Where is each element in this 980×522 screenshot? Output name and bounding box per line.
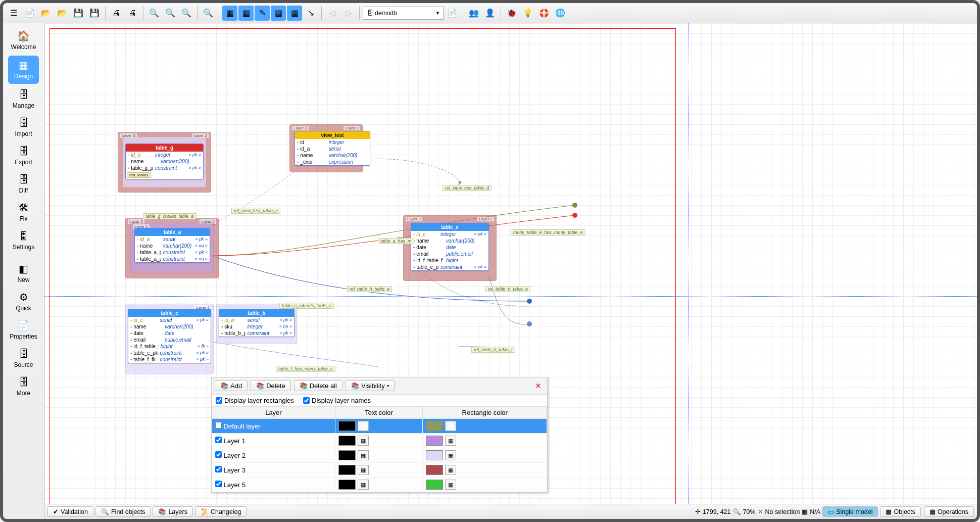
status-find-button[interactable]: 🔍Find objects — [95, 506, 151, 517]
world-icon[interactable]: 🌐 — [553, 6, 568, 21]
doc-icon: 📄 — [16, 319, 32, 332]
status-mode-button[interactable]: ▭ Single model — [822, 506, 878, 517]
collapse-icon[interactable]: ↘ — [303, 6, 318, 21]
next-icon[interactable]: ▷ — [341, 6, 356, 21]
layer-visible-checkbox[interactable] — [215, 437, 222, 443]
menu-icon[interactable]: ☰ — [6, 6, 21, 21]
relation-label: table_g_copies_table_a — [143, 213, 196, 219]
status-validation-button[interactable]: ✔Validation — [47, 506, 93, 517]
sidebar-label: New — [17, 276, 29, 283]
table-b[interactable]: table_b ◦ id_bserial« pk »◦ skuinteger« … — [219, 309, 295, 337]
table-e[interactable]: table_e ◦ id_cinteger« pk »◦ namevarchar… — [411, 223, 489, 271]
color-picker-button[interactable]: ▦ — [445, 450, 456, 460]
wrench-icon: 🛠 — [16, 201, 32, 214]
horizontal-guide — [44, 296, 977, 297]
color-picker-button[interactable]: ▦ — [445, 480, 456, 490]
zoom-reset-icon[interactable]: 🔍 — [163, 6, 178, 21]
layer-visible-checkbox[interactable] — [215, 422, 222, 429]
table-g[interactable]: table_g ◦ id_ainteger« pk »◦ namevarchar… — [125, 144, 204, 179]
sidebar-item-more[interactable]: 🗄More — [3, 372, 44, 401]
zoom-out-icon[interactable]: 🔍 — [146, 6, 162, 21]
color-picker-button[interactable]: ▦ — [358, 421, 369, 431]
sidebar-label: Properties — [10, 333, 37, 340]
check-display-rects[interactable]: Display layer rectangles — [216, 397, 294, 404]
open-folder-icon[interactable]: 📂 — [38, 6, 54, 21]
entity-title: table_e — [411, 223, 488, 231]
sidebar: 🏠Welcome ▦Design 🗄Manage 🗄Import 🗄Export… — [3, 23, 44, 519]
zoom-fit-icon[interactable]: 🔍 — [201, 6, 216, 21]
help-icon[interactable]: 🛟 — [536, 6, 552, 21]
zoom-in-icon[interactable]: 🔍 — [179, 6, 194, 21]
color-picker-button[interactable]: ▦ — [358, 465, 369, 475]
grid-large-icon[interactable]: ▦ — [238, 6, 254, 21]
sidebar-item-import[interactable]: 🗄Import — [3, 113, 44, 141]
sidebar-item-properties[interactable]: 📄Properties — [3, 316, 44, 344]
layers-add-button[interactable]: 📚Add — [215, 381, 248, 391]
layer-row[interactable]: Layer 5▦▦ — [212, 478, 547, 492]
sidebar-item-quick[interactable]: ⚙Quick — [3, 288, 44, 316]
save-as-icon[interactable]: 💾 — [87, 6, 102, 21]
status-operations-button[interactable]: ▦ Operations — [924, 506, 974, 517]
layers-deleteall-button[interactable]: 📚Delete all — [294, 381, 342, 391]
layers-close-button[interactable]: ✕ — [532, 382, 544, 390]
vertical-guide — [689, 23, 689, 519]
bug-icon[interactable]: 🐞 — [504, 6, 519, 21]
layer-row[interactable]: Layer 1▦▦ — [212, 434, 547, 448]
print-preview-icon[interactable]: 🖨 — [125, 6, 140, 21]
color-picker-button[interactable]: ▦ — [358, 450, 369, 460]
table-c[interactable]: table_c ◦ id_cserial« pk »◦ namevarchar(… — [128, 309, 211, 363]
column-row: ◦ emailpublic.email — [411, 251, 488, 257]
sidebar-item-manage[interactable]: 🗄Manage — [3, 85, 44, 113]
sidebar-item-design[interactable]: ▦Design — [8, 56, 39, 84]
color-picker-button[interactable]: ▦ — [358, 436, 369, 446]
user-add-icon[interactable]: 👤 — [482, 6, 498, 21]
status-layers-button[interactable]: 📚Layers — [153, 506, 193, 517]
print-icon[interactable]: 🖨 — [109, 6, 124, 21]
column-row: ◦ id_ainteger« pk » — [126, 152, 203, 158]
layer-visible-checkbox[interactable] — [215, 481, 222, 487]
column-row: ◦ idinteger — [295, 139, 370, 146]
color-picker-button[interactable]: ▦ — [358, 480, 369, 490]
new-file-icon[interactable]: 📄 — [22, 6, 37, 21]
column-row: ◦ id_aserial — [295, 146, 370, 152]
sidebar-item-source[interactable]: 🗄Source — [3, 344, 44, 372]
sidebar-item-export[interactable]: 🗄Export — [3, 141, 44, 170]
check-display-names[interactable]: Display layer names — [303, 397, 371, 404]
sidebar-item-new[interactable]: ◧New — [3, 259, 44, 288]
layer-visible-checkbox[interactable] — [215, 466, 222, 472]
more-icon: 🗄 — [16, 375, 32, 389]
layer-visible-checkbox[interactable] — [215, 451, 222, 458]
layer-row[interactable]: Layer 3▦▦ — [212, 463, 547, 478]
layer-row[interactable]: Layer 2▦▦ — [212, 448, 547, 463]
sidebar-label: Quick — [16, 305, 31, 312]
sidebar-item-diff[interactable]: 🗄Diff — [3, 170, 44, 198]
guides-icon[interactable]: ▦ — [287, 6, 302, 21]
color-picker-button[interactable]: ▦ — [445, 465, 456, 475]
design-canvas[interactable]: Layer 3 Layer 2 Layer 3 Layer 2 Layer 3 … — [44, 23, 977, 519]
col-text: Text color — [335, 407, 423, 419]
database-combo[interactable]: 🗄 demodb ▼ — [363, 7, 444, 20]
table-a[interactable]: table_a ◦ id_aserial« pk »◦ namevarchar(… — [134, 228, 210, 263]
layers-delete-button[interactable]: 📚Delete — [251, 381, 291, 391]
grid-small-icon[interactable]: ▦ — [222, 6, 237, 21]
grid-toggle-icon[interactable]: ▦ — [271, 6, 286, 21]
status-changelog-button[interactable]: 📜Changelog — [195, 506, 247, 517]
status-objects-button[interactable]: ▦ Objects — [880, 506, 920, 517]
snap-icon[interactable]: ✎ — [255, 6, 270, 21]
prev-icon[interactable]: ◁ — [325, 6, 340, 21]
save-icon[interactable]: 💾 — [71, 6, 86, 21]
sidebar-item-settings[interactable]: 🎛Settings — [3, 226, 44, 255]
idea-icon[interactable]: 💡 — [520, 6, 535, 21]
color-picker-button[interactable]: ▦ — [445, 421, 456, 431]
db-remove-icon[interactable]: 📄 — [445, 6, 460, 21]
layer-row[interactable]: Default layer▦▦ — [212, 419, 547, 434]
users-icon[interactable]: 👥 — [466, 6, 481, 21]
status-zoom: 🔍 70% — [733, 508, 756, 515]
view-test[interactable]: view_test ◦ idinteger◦ id_aserial◦ namev… — [295, 131, 370, 166]
sidebar-item-welcome[interactable]: 🏠Welcome — [3, 26, 44, 55]
db-icon: 🗄 — [367, 10, 373, 17]
open-recent-icon[interactable]: 📂 — [55, 6, 70, 21]
color-picker-button[interactable]: ▦ — [445, 436, 456, 446]
sidebar-item-fix[interactable]: 🛠Fix — [3, 198, 44, 226]
layers-visibility-button[interactable]: 📚Visibility ▾ — [346, 381, 395, 391]
